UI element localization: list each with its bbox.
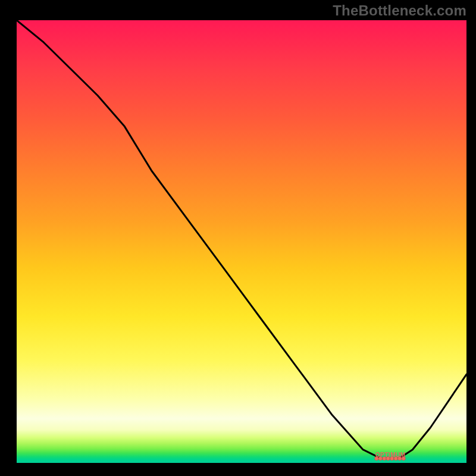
chart-frame: TheBottleneck.com OPTIMUM	[0, 0, 476, 476]
watermark-text: TheBottleneck.com	[333, 2, 466, 19]
plot-area: OPTIMUM	[17, 20, 466, 463]
optimum-label: OPTIMUM	[375, 452, 406, 458]
curve-line	[17, 20, 466, 459]
chart-svg	[17, 20, 466, 463]
